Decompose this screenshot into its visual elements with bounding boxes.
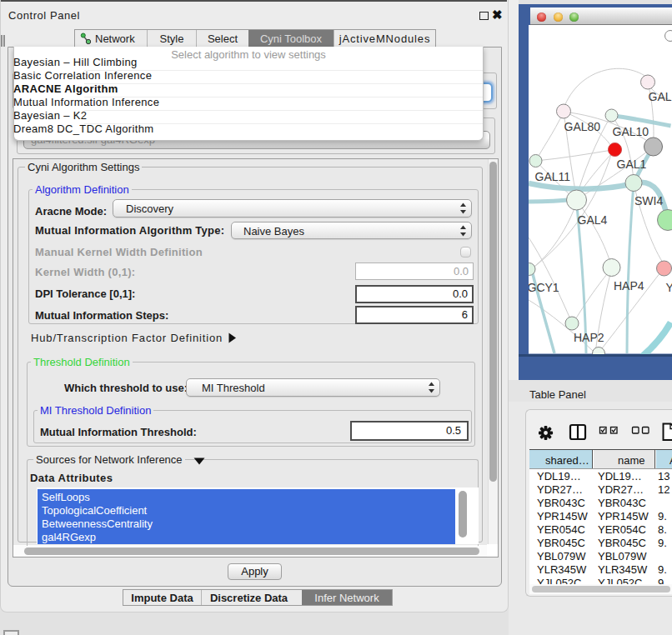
svg-text:GCY1: GCY1 — [529, 281, 559, 294]
svg-text:Y: Y — [666, 281, 672, 294]
svg-text:GAL11: GAL11 — [535, 170, 571, 183]
svg-text:HAP2: HAP2 — [574, 331, 604, 344]
svg-text:GAL80: GAL80 — [564, 120, 601, 133]
svg-text:HAP4: HAP4 — [614, 279, 644, 292]
svg-text:GAL: GAL — [649, 90, 672, 103]
svg-text:SWI4: SWI4 — [634, 194, 663, 208]
svg-text:GAL10: GAL10 — [613, 125, 649, 138]
svg-text:GAL4: GAL4 — [578, 213, 608, 227]
svg-text:GAL1: GAL1 — [617, 158, 647, 171]
